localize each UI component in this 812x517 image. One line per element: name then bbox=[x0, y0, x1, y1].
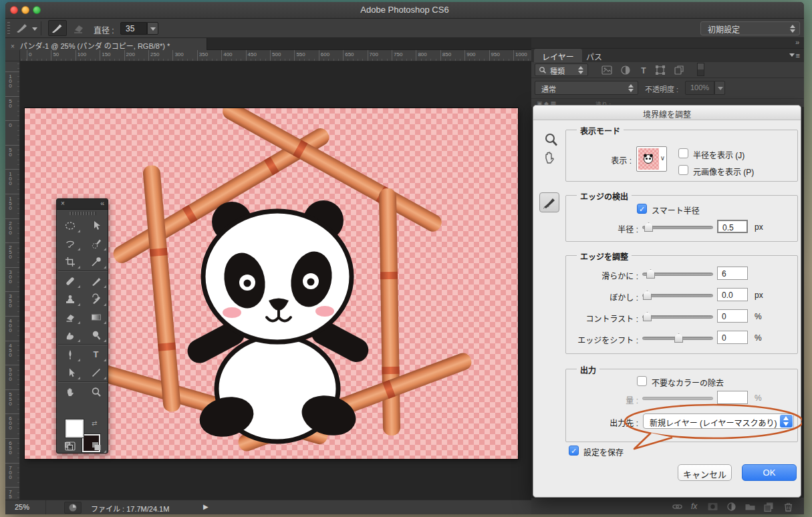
status-expand-icon[interactable]: ▶ bbox=[203, 503, 209, 510]
shift-edge-slider[interactable] bbox=[642, 337, 713, 340]
canvas-viewport[interactable]: × ‹‹ bbox=[20, 61, 531, 500]
tool-line[interactable] bbox=[83, 363, 109, 381]
opacity-value[interactable]: 100% bbox=[685, 81, 714, 95]
filter-shape-layers-icon[interactable] bbox=[654, 64, 666, 76]
quick-mask-button[interactable] bbox=[57, 437, 83, 455]
shift-edge-input[interactable]: 0 bbox=[717, 331, 748, 344]
dialog-title[interactable]: 境界線を調整 bbox=[533, 106, 801, 120]
erase-refinement-icon[interactable] bbox=[71, 21, 86, 35]
contrast-slider-thumb[interactable] bbox=[643, 312, 652, 321]
options-bar-grip[interactable] bbox=[7, 22, 10, 35]
tool-history-brush[interactable] bbox=[83, 290, 109, 308]
smart-radius-checkbox[interactable]: ✓ bbox=[637, 204, 647, 214]
dialog-hand-tool-icon[interactable] bbox=[542, 150, 558, 166]
contrast-input[interactable]: 0 bbox=[717, 309, 748, 323]
filter-kind-select[interactable]: 種類 bbox=[535, 63, 588, 76]
layer-style-icon[interactable]: fx bbox=[691, 502, 697, 511]
tab-layers[interactable]: レイヤー bbox=[534, 49, 582, 62]
shift-edge-slider-thumb[interactable] bbox=[674, 333, 683, 343]
dialog-zoom-tool-icon[interactable] bbox=[543, 132, 559, 148]
link-layers-icon[interactable] bbox=[672, 501, 683, 512]
blend-mode-select[interactable]: 通常 bbox=[535, 81, 638, 95]
decontaminate-label: 不要なカラーの除去 bbox=[652, 377, 724, 388]
tool-zoom[interactable] bbox=[83, 383, 109, 401]
amount-input[interactable] bbox=[717, 391, 748, 404]
decontaminate-checkbox[interactable] bbox=[637, 376, 647, 386]
palette-close-icon[interactable]: × bbox=[61, 200, 65, 207]
refine-radius-brush-button[interactable] bbox=[539, 192, 559, 212]
tool-type[interactable]: T bbox=[83, 345, 109, 363]
document-tab[interactable]: ×パンダ-1 @ 25% (パンダ のコピー, RGB/8*) * bbox=[5, 38, 207, 50]
tool-smudge[interactable] bbox=[57, 326, 83, 344]
file-size-info[interactable]: ファイル : 17.7M/24.1M bbox=[91, 503, 169, 514]
collapse-panels-icon[interactable]: ›› bbox=[795, 39, 799, 46]
ruler-label: 450 bbox=[248, 51, 257, 57]
ruler-label: 550 bbox=[296, 51, 305, 57]
brush-preset-dropdown-arrow[interactable] bbox=[32, 27, 37, 31]
ok-button[interactable]: OK bbox=[742, 464, 797, 481]
tool-brush[interactable] bbox=[83, 272, 109, 290]
feather-input[interactable]: 0.0 bbox=[717, 288, 748, 301]
new-layer-icon[interactable] bbox=[763, 501, 775, 512]
swap-colors-icon[interactable]: ⇄ bbox=[92, 419, 97, 427]
ruler-label: 900 bbox=[466, 51, 475, 57]
filter-toggle-swatch[interactable] bbox=[697, 63, 704, 76]
remember-settings-checkbox[interactable]: ✓ bbox=[569, 446, 579, 456]
filter-smart-objects-icon[interactable] bbox=[673, 64, 685, 76]
tool-move[interactable] bbox=[83, 216, 109, 234]
delete-layer-icon[interactable] bbox=[783, 501, 794, 512]
diameter-input[interactable]: 35 bbox=[120, 22, 147, 35]
tool-marquee[interactable] bbox=[57, 216, 83, 234]
tool-eraser[interactable] bbox=[57, 308, 83, 326]
panel-menu-icon[interactable]: ≡ bbox=[789, 51, 800, 59]
tool-quick-selection[interactable] bbox=[83, 234, 109, 252]
vertical-ruler[interactable]: 1005005010015020025030035040045050055060… bbox=[5, 61, 20, 500]
ruler-label: 750 bbox=[7, 489, 13, 500]
show-original-checkbox[interactable] bbox=[678, 165, 688, 175]
brush-preset-icon[interactable] bbox=[15, 21, 29, 35]
refine-brush-mode-button[interactable] bbox=[48, 20, 67, 36]
smooth-slider-thumb[interactable] bbox=[646, 269, 655, 279]
new-adjustment-layer-icon[interactable] bbox=[726, 501, 737, 512]
feather-slider-thumb[interactable] bbox=[643, 291, 652, 300]
tool-crop[interactable] bbox=[57, 252, 83, 271]
filter-pixel-layers-icon[interactable] bbox=[601, 64, 613, 76]
add-layer-mask-icon[interactable] bbox=[707, 501, 718, 512]
filter-type-layers-icon[interactable]: T bbox=[638, 64, 650, 76]
screen-mode-button[interactable] bbox=[83, 437, 109, 455]
tool-dodge[interactable] bbox=[83, 326, 109, 344]
palette-collapse-icon[interactable]: ‹‹ bbox=[100, 200, 104, 207]
tab-paths[interactable]: パス bbox=[578, 49, 610, 62]
radius-slider[interactable] bbox=[642, 226, 713, 229]
palette-grip[interactable] bbox=[70, 212, 96, 215]
show-radius-checkbox[interactable] bbox=[678, 148, 688, 158]
contrast-label: コントラスト : bbox=[569, 313, 638, 324]
horizontal-ruler[interactable]: 0501001502002503003504004505005506006507… bbox=[20, 50, 531, 61]
foreground-color-swatch[interactable] bbox=[65, 419, 84, 438]
smooth-slider[interactable] bbox=[642, 273, 713, 276]
radius-slider-thumb[interactable] bbox=[644, 222, 653, 232]
tool-pen[interactable] bbox=[57, 345, 83, 363]
tool-palette-header[interactable]: × ‹‹ bbox=[57, 199, 108, 210]
radius-input[interactable]: 0.5 bbox=[717, 220, 748, 233]
tool-hand[interactable] bbox=[57, 383, 83, 401]
tab-close-icon[interactable]: × bbox=[11, 43, 15, 50]
filter-adjustment-layers-icon[interactable] bbox=[620, 64, 632, 76]
new-group-icon[interactable] bbox=[745, 501, 756, 512]
tool-lasso[interactable] bbox=[57, 234, 83, 252]
view-mode-thumbnail[interactable]: ∨ bbox=[636, 146, 667, 172]
tool-eyedropper[interactable] bbox=[83, 252, 109, 271]
tool-path-select[interactable] bbox=[57, 363, 83, 381]
cancel-button[interactable]: キャンセル bbox=[678, 464, 732, 481]
feather-slider[interactable] bbox=[642, 294, 713, 297]
tool-spot-healing[interactable] bbox=[57, 272, 83, 290]
contrast-slider[interactable] bbox=[642, 315, 713, 319]
opacity-dropdown-icon[interactable] bbox=[714, 81, 725, 95]
tool-gradient[interactable] bbox=[83, 308, 109, 326]
zoom-level[interactable]: 25% bbox=[15, 503, 29, 511]
diameter-dropdown-button[interactable] bbox=[147, 22, 158, 35]
preset-select[interactable]: 初期設定 bbox=[700, 21, 800, 35]
tool-clone-stamp[interactable] bbox=[57, 290, 83, 308]
output-to-select[interactable]: 新規レイヤー (レイヤーマスクあり) bbox=[643, 413, 794, 429]
smooth-input[interactable]: 6 bbox=[717, 267, 748, 280]
